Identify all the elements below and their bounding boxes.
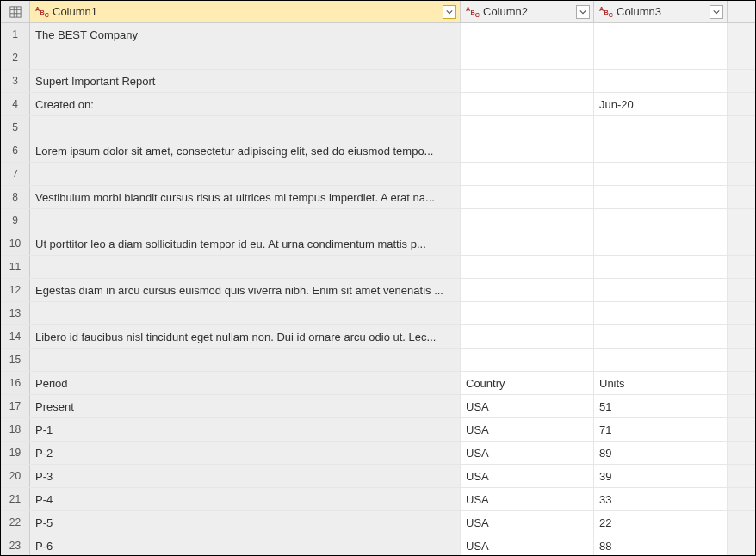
- cell-column2[interactable]: [461, 116, 594, 139]
- cell-column2[interactable]: [461, 209, 594, 232]
- table-row[interactable]: 9: [1, 209, 755, 232]
- row-number[interactable]: 3: [1, 70, 30, 92]
- cell-column1[interactable]: P-3: [30, 465, 461, 487]
- cell-column3[interactable]: 88: [594, 534, 728, 555]
- cell-column2[interactable]: USA: [461, 488, 594, 510]
- row-number[interactable]: 5: [1, 116, 30, 139]
- cell-column2[interactable]: [461, 46, 594, 69]
- cell-column2[interactable]: USA: [461, 442, 594, 464]
- cell-column3[interactable]: [594, 232, 728, 255]
- row-number[interactable]: 16: [1, 372, 30, 394]
- cell-column3[interactable]: 22: [594, 511, 728, 534]
- table-row[interactable]: 23P-6USA88: [1, 534, 755, 555]
- cell-column1[interactable]: Present: [30, 395, 461, 417]
- table-row[interactable]: 1The BEST Company: [1, 23, 755, 46]
- row-number[interactable]: 1: [1, 23, 30, 46]
- row-number[interactable]: 19: [1, 442, 30, 464]
- cell-column1[interactable]: Libero id faucibus nisl tincidunt eget n…: [30, 325, 461, 348]
- cell-column2[interactable]: USA: [461, 511, 594, 534]
- cell-column3[interactable]: [594, 23, 728, 46]
- cell-column1[interactable]: Supert Important Report: [30, 70, 461, 92]
- row-number[interactable]: 10: [1, 232, 30, 255]
- cell-column1[interactable]: Lorem ipsum dolor sit amet, consectetur …: [30, 139, 461, 162]
- cell-column2[interactable]: [461, 139, 594, 162]
- cell-column1[interactable]: [30, 256, 461, 278]
- cell-column1[interactable]: Ut porttitor leo a diam sollicitudin tem…: [30, 232, 461, 255]
- row-number[interactable]: 8: [1, 186, 30, 208]
- row-number[interactable]: 7: [1, 163, 30, 185]
- row-number[interactable]: 4: [1, 93, 30, 115]
- cell-column2[interactable]: USA: [461, 465, 594, 487]
- cell-column3[interactable]: [594, 46, 728, 69]
- row-number[interactable]: 15: [1, 349, 30, 371]
- cell-column3[interactable]: Units: [594, 372, 728, 394]
- cell-column3[interactable]: [594, 279, 728, 301]
- cell-column1[interactable]: Egestas diam in arcu cursus euismod quis…: [30, 279, 461, 301]
- cell-column2[interactable]: USA: [461, 534, 594, 555]
- table-row[interactable]: 2: [1, 46, 755, 70]
- table-row[interactable]: 12Egestas diam in arcu cursus euismod qu…: [1, 279, 755, 302]
- cell-column3[interactable]: [594, 256, 728, 278]
- cell-column2[interactable]: [461, 186, 594, 208]
- table-row[interactable]: 10Ut porttitor leo a diam sollicitudin t…: [1, 232, 755, 256]
- cell-column3[interactable]: [594, 163, 728, 185]
- cell-column1[interactable]: [30, 209, 461, 232]
- row-number[interactable]: 9: [1, 209, 30, 232]
- cell-column1[interactable]: P-2: [30, 442, 461, 464]
- row-number[interactable]: 13: [1, 302, 30, 324]
- row-number[interactable]: 22: [1, 511, 30, 534]
- cell-column1[interactable]: [30, 46, 461, 69]
- cell-column1[interactable]: P-1: [30, 418, 461, 441]
- column-filter-button[interactable]: [710, 5, 723, 19]
- cell-column2[interactable]: [461, 93, 594, 115]
- table-row[interactable]: 3Supert Important Report: [1, 70, 755, 93]
- row-number[interactable]: 2: [1, 46, 30, 69]
- cell-column3[interactable]: [594, 139, 728, 162]
- table-row[interactable]: 22P-5USA22: [1, 511, 755, 534]
- row-number[interactable]: 21: [1, 488, 30, 510]
- column-header-column2[interactable]: ABC Column2: [461, 1, 594, 22]
- select-all-corner[interactable]: [1, 1, 30, 22]
- cell-column3[interactable]: [594, 116, 728, 139]
- cell-column1[interactable]: The BEST Company: [30, 23, 461, 46]
- row-number[interactable]: 12: [1, 279, 30, 301]
- cell-column3[interactable]: Jun-20: [594, 93, 728, 115]
- row-number[interactable]: 20: [1, 465, 30, 487]
- cell-column2[interactable]: [461, 349, 594, 371]
- table-row[interactable]: 14Libero id faucibus nisl tincidunt eget…: [1, 325, 755, 349]
- cell-column3[interactable]: 33: [594, 488, 728, 510]
- cell-column1[interactable]: P-4: [30, 488, 461, 510]
- cell-column2[interactable]: [461, 23, 594, 46]
- row-number[interactable]: 14: [1, 325, 30, 348]
- table-row[interactable]: 13: [1, 302, 755, 325]
- row-number[interactable]: 23: [1, 534, 30, 555]
- cell-column1[interactable]: [30, 349, 461, 371]
- cell-column2[interactable]: [461, 163, 594, 185]
- cell-column2[interactable]: Country: [461, 372, 594, 394]
- table-row[interactable]: 15: [1, 349, 755, 372]
- cell-column3[interactable]: 89: [594, 442, 728, 464]
- table-row[interactable]: 7: [1, 163, 755, 186]
- row-number[interactable]: 11: [1, 256, 30, 278]
- cell-column3[interactable]: [594, 302, 728, 324]
- table-row[interactable]: 17PresentUSA51: [1, 395, 755, 418]
- table-row[interactable]: 20P-3USA39: [1, 465, 755, 488]
- column-header-column1[interactable]: ABC Column1: [30, 1, 461, 22]
- column-filter-button[interactable]: [443, 5, 456, 19]
- cell-column3[interactable]: [594, 325, 728, 348]
- cell-column3[interactable]: 39: [594, 465, 728, 487]
- cell-column2[interactable]: [461, 279, 594, 301]
- cell-column3[interactable]: [594, 349, 728, 371]
- cell-column1[interactable]: [30, 302, 461, 324]
- column-filter-button[interactable]: [576, 5, 590, 19]
- table-row[interactable]: 21P-4USA33: [1, 488, 755, 511]
- table-row[interactable]: 4Created on:Jun-20: [1, 93, 755, 116]
- cell-column2[interactable]: USA: [461, 395, 594, 417]
- table-row[interactable]: 11: [1, 256, 755, 279]
- row-number[interactable]: 6: [1, 139, 30, 162]
- table-row[interactable]: 16PeriodCountryUnits: [1, 372, 755, 395]
- cell-column2[interactable]: [461, 325, 594, 348]
- row-number[interactable]: 17: [1, 395, 30, 417]
- cell-column3[interactable]: 51: [594, 395, 728, 417]
- table-row[interactable]: 19P-2USA89: [1, 442, 755, 465]
